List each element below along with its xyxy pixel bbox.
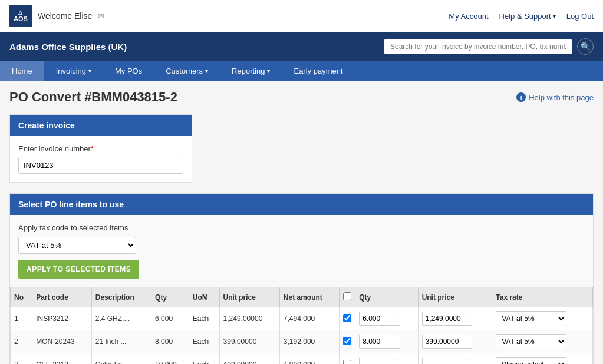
cell-part-code: OFF-3212 (32, 353, 92, 365)
cell-uom: Each (189, 330, 219, 353)
help-support-link[interactable]: Help & Support (499, 12, 556, 21)
col-uom: UoM (189, 287, 219, 307)
help-icon: i (516, 92, 526, 102)
edit-qty-input-3[interactable] (359, 358, 400, 364)
nav-customers[interactable]: Customers ▾ (154, 61, 220, 81)
edit-qty-input-2[interactable] (359, 335, 400, 349)
cell-checkbox[interactable] (340, 330, 355, 353)
help-link[interactable]: i Help with this page (516, 92, 594, 102)
welcome-text: Welcome Elise (38, 11, 92, 21)
apply-to-selected-button[interactable]: APPLY TO SELECTED ITEMS (18, 260, 139, 279)
tax-code-label: Apply tax code to selected items (18, 223, 585, 232)
cell-part-code: MON-20243 (32, 330, 92, 353)
aos-logo: △ AOS (9, 5, 32, 27)
row-checkbox-1[interactable] (343, 314, 351, 322)
cell-unit-price: 1,249.00000 (219, 307, 279, 330)
invoice-number-label: Enter invoice number* (18, 144, 183, 153)
col-edit-unit-price: Unit price (418, 287, 492, 307)
top-bar: △ AOS Welcome Elise ✉ My Account Help & … (0, 0, 603, 32)
invoice-number-input[interactable] (18, 157, 183, 174)
nav-reporting[interactable]: Reporting ▾ (220, 61, 282, 81)
cell-edit-qty[interactable] (355, 353, 418, 365)
cell-net-amount: 7,494.000 (279, 307, 339, 330)
nav-home[interactable]: Home (0, 61, 44, 81)
cell-no: 2 (11, 330, 32, 353)
col-description: Description (91, 287, 151, 307)
cell-edit-unit-price[interactable] (418, 307, 492, 330)
customers-arrow: ▾ (205, 68, 208, 74)
company-bar: Adams Office Supplies (UK) 🔍 (0, 32, 603, 61)
cell-description: Color La... (91, 353, 151, 365)
search-area: 🔍 (384, 38, 594, 55)
search-input[interactable] (384, 39, 572, 54)
table-row: 2 MON-20243 21 Inch ... 8.000 Each 399.0… (11, 330, 593, 353)
top-nav-links: My Account Help & Support Log Out (449, 12, 594, 21)
cell-net-amount: 4,990.000 (279, 353, 339, 365)
create-invoice-box: Create invoice Enter invoice number* (9, 114, 192, 183)
nav-bar: Home Invoicing ▾ My POs Customers ▾ Repo… (0, 61, 603, 81)
edit-unit-input-2[interactable] (422, 335, 472, 349)
logo-area: △ AOS Welcome Elise ✉ (9, 5, 104, 27)
col-tax-rate: Tax rate (492, 287, 593, 307)
my-account-link[interactable]: My Account (449, 12, 488, 21)
cell-unit-price: 499.00000 (219, 353, 279, 365)
cell-qty: 10.000 (151, 353, 189, 365)
page-title-bar: PO Convert #BMM043815-2 i Help with this… (0, 81, 603, 108)
cell-edit-unit-price[interactable] (418, 330, 492, 353)
select-all-checkbox[interactable] (343, 292, 351, 300)
search-button[interactable]: 🔍 (577, 38, 594, 55)
cell-uom: Each (189, 353, 219, 365)
cell-description: 2.4 GHZ,... (91, 307, 151, 330)
edit-unit-input-1[interactable] (422, 312, 472, 326)
create-invoice-header: Create invoice (10, 115, 192, 136)
cell-description: 21 Inch ... (91, 330, 151, 353)
nav-mypos[interactable]: My POs (103, 61, 154, 81)
po-section: Select PO line items to use Apply tax co… (9, 193, 594, 364)
cell-edit-qty[interactable] (355, 330, 418, 353)
cell-checkbox[interactable] (340, 353, 355, 365)
apply-tax-select[interactable]: VAT at 5% VAT at 20% Zero rated Exempt (18, 237, 136, 254)
edit-unit-input-3[interactable] (422, 358, 472, 364)
cell-part-code: INSP3212 (32, 307, 92, 330)
col-no: No (11, 287, 32, 307)
cell-net-amount: 3,192.000 (279, 330, 339, 353)
create-invoice-body: Enter invoice number* (10, 136, 192, 182)
table-row: 3 OFF-3212 Color La... 10.000 Each 499.0… (11, 353, 593, 365)
page-title: PO Convert #BMM043815-2 (9, 90, 177, 105)
col-unit-price: Unit price (219, 287, 279, 307)
cell-qty: 8.000 (151, 330, 189, 353)
cell-no: 3 (11, 353, 32, 365)
reporting-arrow: ▾ (267, 68, 270, 74)
cell-uom: Each (189, 307, 219, 330)
cell-tax-rate[interactable]: VAT at 5%VAT at 20%Zero ratedExempt (492, 330, 593, 353)
tax-rate-select-2[interactable]: VAT at 5%VAT at 20%Zero ratedExempt (496, 334, 566, 349)
cell-checkbox[interactable] (340, 307, 355, 330)
row-checkbox-3[interactable] (343, 360, 351, 365)
nav-earlypayment[interactable]: Early payment (282, 61, 354, 81)
col-edit-qty: Qty (355, 287, 418, 307)
cell-unit-price: 399.00000 (219, 330, 279, 353)
invoicing-arrow: ▾ (88, 68, 91, 74)
tax-rate-select-1[interactable]: VAT at 5%VAT at 20%Zero ratedExempt (496, 311, 566, 326)
tax-rate-select-3[interactable]: Please selectVAT at 5%VAT at 20%Zero rat… (496, 357, 566, 364)
cell-edit-unit-price[interactable] (418, 353, 492, 365)
logout-link[interactable]: Log Out (566, 12, 594, 21)
content-area: Create invoice Enter invoice number* Sel… (0, 108, 603, 364)
cell-edit-qty[interactable] (355, 307, 418, 330)
cell-tax-rate[interactable]: VAT at 5%VAT at 20%Zero ratedExempt (492, 307, 593, 330)
help-link-label: Help with this page (529, 93, 594, 102)
cell-no: 1 (11, 307, 32, 330)
col-select-all (340, 287, 355, 307)
row-checkbox-2[interactable] (343, 337, 351, 345)
edit-qty-input-1[interactable] (359, 312, 400, 326)
po-section-header: Select PO line items to use (10, 194, 593, 215)
po-table: No Part code Description Qty UoM Unit pr… (10, 287, 593, 364)
po-body: Apply tax code to selected items VAT at … (10, 215, 593, 287)
nav-invoicing[interactable]: Invoicing ▾ (44, 61, 103, 81)
table-row: 1 INSP3212 2.4 GHZ,... 6.000 Each 1,249.… (11, 307, 593, 330)
company-name: Adams Office Supplies (UK) (9, 42, 127, 52)
col-part-code: Part code (32, 287, 92, 307)
cell-qty: 6.000 (151, 307, 189, 330)
col-qty: Qty (151, 287, 189, 307)
cell-tax-rate[interactable]: Please selectVAT at 5%VAT at 20%Zero rat… (492, 353, 593, 365)
